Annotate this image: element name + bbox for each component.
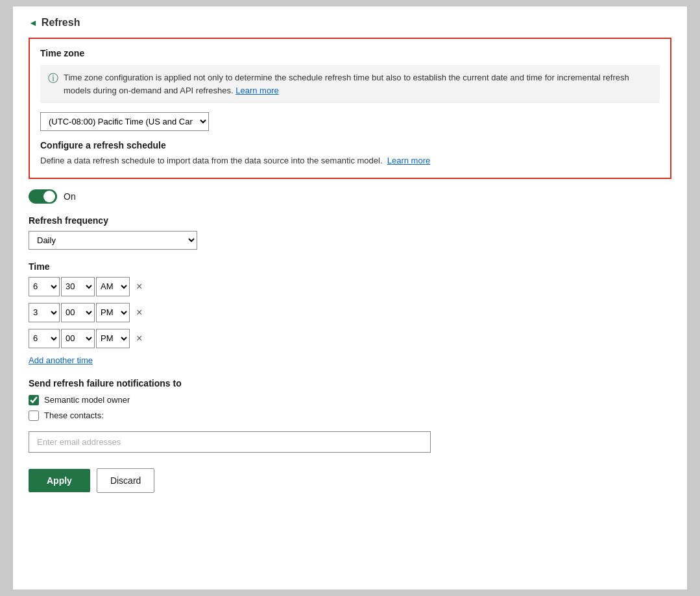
time-hour-1[interactable]: 12345 6789 101112 bbox=[29, 277, 60, 296]
time-minute-3[interactable]: 00153045 bbox=[61, 329, 95, 348]
time-ampm-2[interactable]: AMPM bbox=[96, 303, 130, 322]
page-container: ◄ Refresh Time zone ⓘ Time zone configur… bbox=[13, 6, 687, 590]
timezone-and-configure-section: Time zone ⓘ Time zone configuration is a… bbox=[29, 38, 671, 179]
notifications-heading: Send refresh failure notifications to bbox=[29, 378, 671, 388]
page-title-text: Refresh bbox=[42, 17, 80, 29]
frequency-label: Refresh frequency bbox=[29, 215, 671, 226]
semantic-owner-label: Semantic model owner bbox=[44, 395, 130, 405]
discard-button[interactable]: Discard bbox=[97, 468, 154, 493]
time-remove-3[interactable]: × bbox=[132, 331, 146, 346]
buttons-row: Apply Discard bbox=[29, 468, 671, 493]
time-row-3: 12345 6789 101112 00153045 AMPM × bbox=[29, 329, 671, 348]
time-label: Time bbox=[29, 261, 671, 272]
time-row-2: 12345 6789 101112 00153045 AMPM × bbox=[29, 303, 671, 322]
configure-heading: Configure a refresh schedule bbox=[40, 140, 660, 150]
time-hour-3[interactable]: 12345 6789 101112 bbox=[29, 329, 60, 348]
configure-learn-more-link[interactable]: Learn more bbox=[387, 156, 430, 165]
toggle-label: On bbox=[64, 191, 76, 202]
timezone-info-text: Time zone configuration is applied not o… bbox=[64, 71, 652, 97]
frequency-select[interactable]: Daily Weekly bbox=[29, 231, 197, 250]
these-contacts-row: These contacts: bbox=[29, 411, 671, 421]
add-another-time-button[interactable]: Add another time bbox=[29, 355, 93, 365]
toggle-row: On bbox=[29, 189, 671, 204]
time-remove-1[interactable]: × bbox=[132, 280, 146, 294]
time-hour-2[interactable]: 12345 6789 101112 bbox=[29, 303, 60, 322]
timezone-heading: Time zone bbox=[40, 48, 660, 58]
info-icon: ⓘ bbox=[48, 72, 58, 86]
these-contacts-checkbox[interactable] bbox=[29, 411, 39, 421]
email-input[interactable] bbox=[29, 431, 431, 453]
these-contacts-label: These contacts: bbox=[44, 411, 104, 420]
title-arrow-icon: ◄ bbox=[29, 18, 38, 28]
time-remove-2[interactable]: × bbox=[132, 305, 146, 320]
time-minute-2[interactable]: 00153045 bbox=[61, 303, 95, 322]
toggle-switch[interactable] bbox=[29, 189, 57, 204]
time-ampm-3[interactable]: AMPM bbox=[96, 329, 130, 348]
apply-button[interactable]: Apply bbox=[29, 469, 90, 492]
timezone-info-box: ⓘ Time zone configuration is applied not… bbox=[40, 65, 660, 103]
timezone-learn-more-link[interactable]: Learn more bbox=[235, 86, 278, 95]
time-ampm-1[interactable]: AMPM bbox=[96, 277, 130, 296]
time-row-1: 12345 6789 101112 00153045 AMPM × bbox=[29, 277, 671, 296]
time-minute-1[interactable]: 00153045 bbox=[61, 277, 95, 296]
toggle-knob bbox=[43, 191, 55, 202]
page-title-row: ◄ Refresh bbox=[29, 17, 671, 29]
semantic-owner-checkbox[interactable] bbox=[29, 395, 39, 405]
timezone-select[interactable]: (UTC-08:00) Pacific Time (US and Can (UT… bbox=[40, 112, 209, 131]
semantic-owner-row: Semantic model owner bbox=[29, 395, 671, 405]
configure-description: Define a data refresh schedule to import… bbox=[40, 154, 660, 167]
